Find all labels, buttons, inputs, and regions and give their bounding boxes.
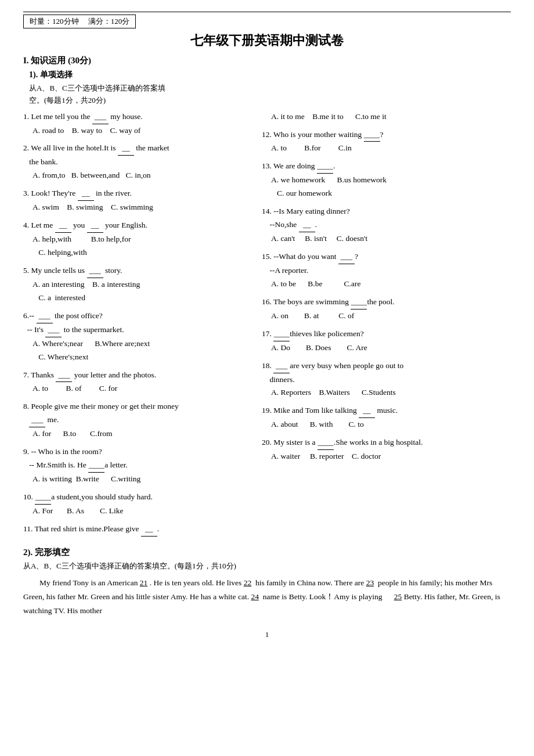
question-20: 20. My sister is a ____.She works in a b… <box>262 436 511 463</box>
question-17: 17. ____thieves like policemen? A. Do B.… <box>262 327 511 355</box>
cloze-passage: My friend Tony is an American 21 . He is… <box>23 576 511 618</box>
question-18: 18. ___are very busy when people go out … <box>262 359 511 400</box>
left-column: 1. Let me tell you the ___ my house. A. … <box>23 110 256 541</box>
question-6: 6.-- ___ the post office? -- It's ___ to… <box>23 309 250 364</box>
question-3: 3. Look! They're __ in the river. A. swi… <box>23 187 250 214</box>
question-16: 16. The boys are swimming ____the pool. … <box>262 296 511 323</box>
question-7: 7. Thanks ___ your letter and the photos… <box>23 369 250 396</box>
time-label: 时量：120分钟 <box>30 17 79 26</box>
page-title: 七年级下册英语期中测试卷 <box>23 32 511 49</box>
part2-instruction: 从A、B、C三个选项中选择正确的答案填空。(每题1分，共10分) <box>23 560 511 573</box>
question-14: 14. --Is Mary eating dinner? --No,she __… <box>262 205 511 246</box>
questions-container: 1. Let me tell you the ___ my house. A. … <box>23 110 511 541</box>
question-1: 1. Let me tell you the ___ my house. A. … <box>23 110 250 138</box>
question-2: 2. We all live in the hotel.It is __ the… <box>23 142 250 182</box>
question-10: 10. ____a student,you should study hard.… <box>23 491 250 518</box>
section1-title: I. 知识运用 (30分) <box>23 55 511 66</box>
part1-instruction: 从A、B、C三个选项中选择正确的答案填空。(每题1分，共20分) <box>29 82 511 107</box>
question-13: 13. We are doing ____. A. we homework B.… <box>262 160 511 200</box>
part1-title: 1). 单项选择 <box>29 70 511 80</box>
question-19: 19. Mike and Tom like talking __ music. … <box>262 404 511 431</box>
score-label: 满分：120分 <box>88 17 130 26</box>
question-5: 5. My uncle tells us ___ story. A. an in… <box>23 264 250 305</box>
question-8: 8. People give me their money or get the… <box>23 400 250 441</box>
question-4: 4. Let me __ you __ your English. A. hel… <box>23 219 250 260</box>
question-9: 9. -- Who is in the room? -- Mr.Smith is… <box>23 445 250 486</box>
question-15: 15. --What do you want ___? --A reporter… <box>262 250 511 291</box>
exam-header: 时量：120分钟 满分：120分 <box>23 15 136 28</box>
question-11: 11. That red shirt is mine.Please give _… <box>23 523 250 537</box>
question-12: 12. Who is your mother waiting ____? A. … <box>262 128 511 156</box>
right-column: A. it to me B.me it to C.to me it 12. Wh… <box>256 110 511 541</box>
question-11-options: A. it to me B.me it to C.to me it <box>262 110 511 124</box>
page-number: 1 <box>23 630 511 639</box>
part2-title: 2). 完形填空 <box>23 547 511 558</box>
